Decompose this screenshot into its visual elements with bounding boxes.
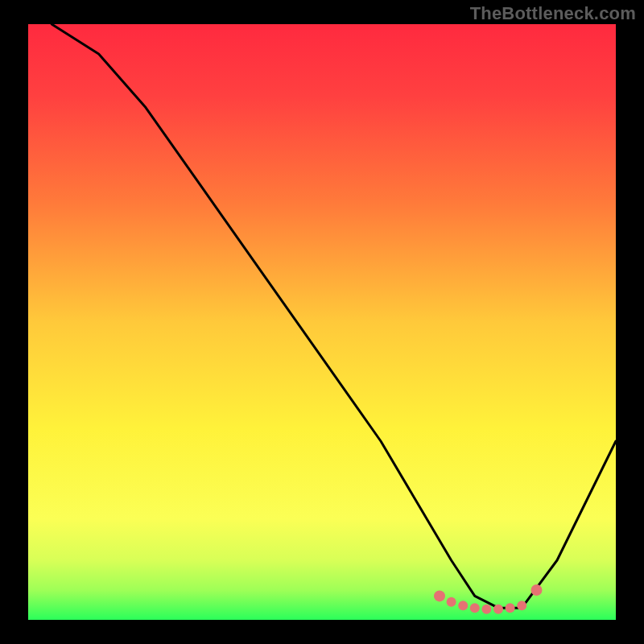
- chart-svg: [0, 0, 644, 644]
- marker-dot: [506, 603, 515, 613]
- marker-dot: [434, 590, 445, 601]
- marker-dot: [531, 584, 543, 596]
- marker-dot: [481, 605, 491, 614]
- marker-dot: [517, 601, 526, 610]
- marker-dot: [470, 603, 480, 613]
- marker-dot: [458, 601, 468, 610]
- marker-dot: [493, 605, 503, 614]
- watermark-text: TheBottleneck.com: [470, 3, 636, 24]
- marker-dot: [447, 597, 456, 607]
- chart-container: TheBottleneck.com: [0, 0, 644, 644]
- plot-area: [28, 24, 616, 620]
